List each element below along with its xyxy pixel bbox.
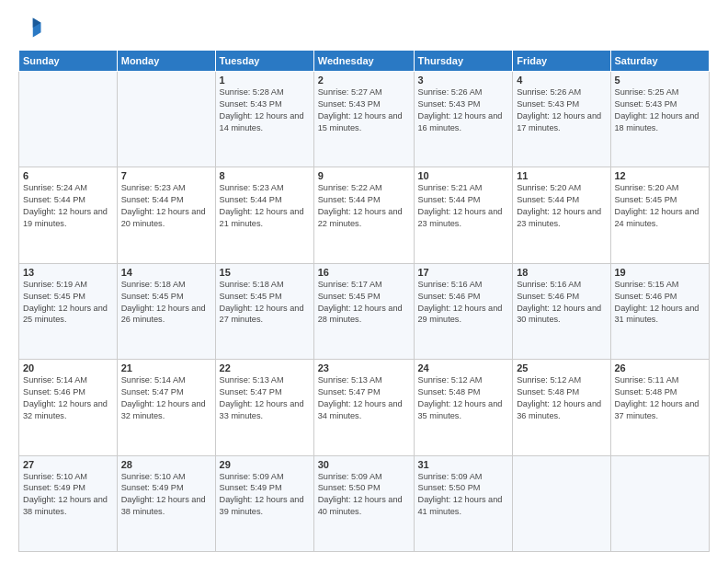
cell-info: Sunrise: 5:21 AM Sunset: 5:44 PM Dayligh… <box>418 182 509 230</box>
day-number: 1 <box>220 75 310 86</box>
calendar-cell: 28Sunrise: 5:10 AM Sunset: 5:49 PM Dayli… <box>117 455 215 551</box>
day-number: 16 <box>318 267 410 278</box>
cell-info: Sunrise: 5:17 AM Sunset: 5:45 PM Dayligh… <box>318 279 410 327</box>
day-number: 11 <box>517 170 606 181</box>
calendar-week-4: 20Sunrise: 5:14 AM Sunset: 5:46 PM Dayli… <box>19 360 710 455</box>
day-number: 9 <box>318 170 410 181</box>
cell-info: Sunrise: 5:09 AM Sunset: 5:49 PM Dayligh… <box>220 471 310 519</box>
day-header-friday: Friday <box>513 51 610 72</box>
header-row: SundayMondayTuesdayWednesdayThursdayFrid… <box>19 51 710 72</box>
calendar-cell: 9Sunrise: 5:22 AM Sunset: 5:44 PM Daylig… <box>313 167 414 263</box>
calendar-cell: 14Sunrise: 5:18 AM Sunset: 5:45 PM Dayli… <box>117 263 215 359</box>
calendar-cell: 6Sunrise: 5:24 AM Sunset: 5:44 PM Daylig… <box>19 167 118 263</box>
calendar-cell <box>117 72 215 167</box>
calendar-cell: 20Sunrise: 5:14 AM Sunset: 5:46 PM Dayli… <box>19 360 118 455</box>
day-number: 15 <box>220 267 310 278</box>
calendar-cell <box>513 455 610 551</box>
cell-info: Sunrise: 5:20 AM Sunset: 5:44 PM Dayligh… <box>517 182 606 230</box>
cell-info: Sunrise: 5:24 AM Sunset: 5:44 PM Dayligh… <box>23 182 113 230</box>
cell-info: Sunrise: 5:15 AM Sunset: 5:46 PM Dayligh… <box>615 279 706 327</box>
calendar-cell: 11Sunrise: 5:20 AM Sunset: 5:44 PM Dayli… <box>513 167 610 263</box>
calendar-week-2: 6Sunrise: 5:24 AM Sunset: 5:44 PM Daylig… <box>19 167 710 263</box>
calendar-cell: 27Sunrise: 5:10 AM Sunset: 5:49 PM Dayli… <box>19 455 118 551</box>
calendar-cell: 8Sunrise: 5:23 AM Sunset: 5:44 PM Daylig… <box>215 167 313 263</box>
calendar-week-3: 13Sunrise: 5:19 AM Sunset: 5:45 PM Dayli… <box>19 263 710 359</box>
cell-info: Sunrise: 5:10 AM Sunset: 5:49 PM Dayligh… <box>121 471 211 519</box>
day-number: 24 <box>418 362 509 373</box>
cell-info: Sunrise: 5:18 AM Sunset: 5:45 PM Dayligh… <box>220 279 310 327</box>
day-number: 17 <box>418 267 509 278</box>
calendar-cell <box>19 72 118 167</box>
calendar-cell: 25Sunrise: 5:12 AM Sunset: 5:48 PM Dayli… <box>513 360 610 455</box>
calendar-cell: 16Sunrise: 5:17 AM Sunset: 5:45 PM Dayli… <box>313 263 414 359</box>
cell-info: Sunrise: 5:19 AM Sunset: 5:45 PM Dayligh… <box>23 279 113 327</box>
day-number: 31 <box>418 459 509 470</box>
page: SundayMondayTuesdayWednesdayThursdayFrid… <box>0 0 728 563</box>
day-number: 25 <box>517 362 606 373</box>
day-header-saturday: Saturday <box>610 51 710 72</box>
cell-info: Sunrise: 5:25 AM Sunset: 5:43 PM Dayligh… <box>615 86 706 134</box>
cell-info: Sunrise: 5:23 AM Sunset: 5:44 PM Dayligh… <box>121 182 211 230</box>
calendar-cell: 18Sunrise: 5:16 AM Sunset: 5:46 PM Dayli… <box>513 263 610 359</box>
calendar-cell: 31Sunrise: 5:09 AM Sunset: 5:50 PM Dayli… <box>414 455 513 551</box>
cell-info: Sunrise: 5:12 AM Sunset: 5:48 PM Dayligh… <box>418 374 509 422</box>
calendar-cell: 13Sunrise: 5:19 AM Sunset: 5:45 PM Dayli… <box>19 263 118 359</box>
day-number: 29 <box>220 459 310 470</box>
cell-info: Sunrise: 5:13 AM Sunset: 5:47 PM Dayligh… <box>220 374 310 422</box>
day-number: 21 <box>121 362 211 373</box>
cell-info: Sunrise: 5:11 AM Sunset: 5:48 PM Dayligh… <box>615 374 706 422</box>
calendar-cell: 10Sunrise: 5:21 AM Sunset: 5:44 PM Dayli… <box>414 167 513 263</box>
cell-info: Sunrise: 5:14 AM Sunset: 5:46 PM Dayligh… <box>23 374 113 422</box>
calendar-cell: 3Sunrise: 5:26 AM Sunset: 5:43 PM Daylig… <box>414 72 513 167</box>
day-number: 2 <box>318 75 410 86</box>
calendar-cell: 12Sunrise: 5:20 AM Sunset: 5:45 PM Dayli… <box>610 167 710 263</box>
day-number: 23 <box>318 362 410 373</box>
day-header-tuesday: Tuesday <box>215 51 313 72</box>
cell-info: Sunrise: 5:18 AM Sunset: 5:45 PM Dayligh… <box>121 279 211 327</box>
day-number: 28 <box>121 459 211 470</box>
day-number: 5 <box>615 75 706 86</box>
cell-info: Sunrise: 5:10 AM Sunset: 5:49 PM Dayligh… <box>23 471 113 519</box>
calendar-cell: 1Sunrise: 5:28 AM Sunset: 5:43 PM Daylig… <box>215 72 313 167</box>
day-number: 30 <box>318 459 410 470</box>
logo <box>18 15 48 40</box>
day-header-monday: Monday <box>117 51 215 72</box>
day-number: 10 <box>418 170 509 181</box>
day-number: 3 <box>418 75 509 86</box>
day-number: 8 <box>220 170 310 181</box>
cell-info: Sunrise: 5:16 AM Sunset: 5:46 PM Dayligh… <box>418 279 509 327</box>
day-number: 19 <box>615 267 706 278</box>
calendar-cell: 21Sunrise: 5:14 AM Sunset: 5:47 PM Dayli… <box>117 360 215 455</box>
calendar-cell: 5Sunrise: 5:25 AM Sunset: 5:43 PM Daylig… <box>610 72 710 167</box>
cell-info: Sunrise: 5:26 AM Sunset: 5:43 PM Dayligh… <box>418 86 509 134</box>
calendar-table: SundayMondayTuesdayWednesdayThursdayFrid… <box>18 50 710 552</box>
day-number: 12 <box>615 170 706 181</box>
calendar-cell: 19Sunrise: 5:15 AM Sunset: 5:46 PM Dayli… <box>610 263 710 359</box>
calendar-cell: 24Sunrise: 5:12 AM Sunset: 5:48 PM Dayli… <box>414 360 513 455</box>
day-number: 26 <box>615 362 706 373</box>
day-number: 27 <box>23 459 113 470</box>
day-header-sunday: Sunday <box>19 51 118 72</box>
day-number: 13 <box>23 267 113 278</box>
calendar-cell: 29Sunrise: 5:09 AM Sunset: 5:49 PM Dayli… <box>215 455 313 551</box>
calendar-cell: 7Sunrise: 5:23 AM Sunset: 5:44 PM Daylig… <box>117 167 215 263</box>
calendar-cell: 26Sunrise: 5:11 AM Sunset: 5:48 PM Dayli… <box>610 360 710 455</box>
cell-info: Sunrise: 5:14 AM Sunset: 5:47 PM Dayligh… <box>121 374 211 422</box>
day-number: 6 <box>23 170 113 181</box>
cell-info: Sunrise: 5:20 AM Sunset: 5:45 PM Dayligh… <box>615 182 706 230</box>
calendar-cell: 30Sunrise: 5:09 AM Sunset: 5:50 PM Dayli… <box>313 455 414 551</box>
calendar-cell: 17Sunrise: 5:16 AM Sunset: 5:46 PM Dayli… <box>414 263 513 359</box>
calendar-cell: 4Sunrise: 5:26 AM Sunset: 5:43 PM Daylig… <box>513 72 610 167</box>
header <box>18 15 710 40</box>
cell-info: Sunrise: 5:12 AM Sunset: 5:48 PM Dayligh… <box>517 374 606 422</box>
day-header-wednesday: Wednesday <box>313 51 414 72</box>
calendar-cell: 15Sunrise: 5:18 AM Sunset: 5:45 PM Dayli… <box>215 263 313 359</box>
calendar-cell: 2Sunrise: 5:27 AM Sunset: 5:43 PM Daylig… <box>313 72 414 167</box>
calendar-week-5: 27Sunrise: 5:10 AM Sunset: 5:49 PM Dayli… <box>19 455 710 551</box>
day-number: 14 <box>121 267 211 278</box>
cell-info: Sunrise: 5:27 AM Sunset: 5:43 PM Dayligh… <box>318 86 410 134</box>
day-number: 20 <box>23 362 113 373</box>
cell-info: Sunrise: 5:13 AM Sunset: 5:47 PM Dayligh… <box>318 374 410 422</box>
cell-info: Sunrise: 5:22 AM Sunset: 5:44 PM Dayligh… <box>318 182 410 230</box>
calendar-cell: 22Sunrise: 5:13 AM Sunset: 5:47 PM Dayli… <box>215 360 313 455</box>
